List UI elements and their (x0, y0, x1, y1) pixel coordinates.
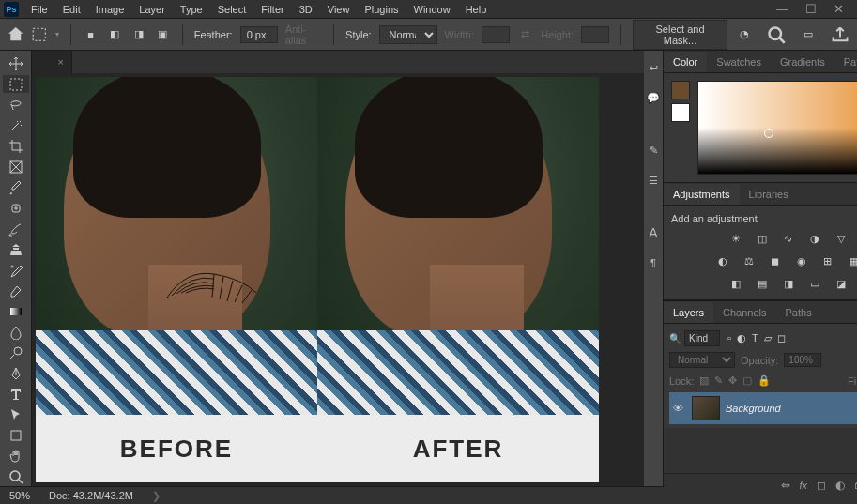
zoom-tool[interactable] (3, 468, 29, 486)
layer-name[interactable]: Background (726, 403, 857, 414)
color-lookup-icon[interactable]: ▦ (846, 252, 857, 269)
menu-select[interactable]: Select (211, 2, 253, 17)
style-select[interactable]: Normal (379, 25, 437, 44)
foreground-color[interactable] (671, 81, 690, 99)
dodge-tool[interactable] (3, 344, 29, 362)
curves-icon[interactable]: ∿ (780, 230, 797, 247)
opacity-input[interactable] (784, 353, 821, 367)
layer-thumbnail[interactable] (692, 396, 720, 420)
tab-adjustments[interactable]: Adjustments (664, 184, 740, 205)
filter-type-icon[interactable]: T (752, 332, 758, 344)
feather-input[interactable] (240, 26, 278, 43)
pen-tool[interactable] (3, 365, 29, 383)
invert-icon[interactable]: ◧ (727, 275, 744, 292)
exposure-icon[interactable]: ◑ (806, 230, 823, 247)
status-chevron-icon[interactable]: ❯ (152, 490, 161, 502)
tab-color[interactable]: Color (664, 52, 707, 72)
close-tab-icon[interactable]: × (58, 56, 64, 68)
posterize-icon[interactable]: ▤ (754, 275, 771, 292)
frame-tool[interactable] (3, 158, 29, 176)
layer-fx-icon[interactable]: fx (800, 479, 808, 492)
properties-panel-icon[interactable]: ☰ (644, 171, 663, 190)
character-panel-icon[interactable]: A (644, 223, 663, 242)
photo-filter-icon[interactable]: ◉ (793, 252, 810, 269)
blend-mode-select[interactable]: Normal (669, 352, 735, 368)
menu-layer[interactable]: Layer (132, 2, 172, 17)
lock-paint-icon[interactable]: ✎ (714, 374, 723, 387)
magic-wand-tool[interactable] (3, 116, 29, 134)
tab-libraries[interactable]: Libraries (740, 184, 798, 205)
move-tool[interactable] (3, 54, 29, 72)
gradient-tool[interactable] (3, 303, 29, 321)
menu-type[interactable]: Type (174, 2, 209, 17)
layer-filter-input[interactable] (684, 330, 720, 346)
crop-tool[interactable] (3, 137, 29, 155)
levels-icon[interactable]: ◫ (754, 230, 771, 247)
layer-item[interactable]: 👁 Background 🔒 (669, 392, 857, 424)
brush-tool[interactable] (3, 220, 29, 237)
lasso-tool[interactable] (3, 96, 29, 114)
channel-mixer-icon[interactable]: ⊞ (819, 252, 836, 269)
filter-pixel-icon[interactable]: ▫ (727, 332, 731, 344)
link-layers-icon[interactable]: ⇔ (781, 479, 790, 492)
new-adjustment-icon[interactable]: ◐ (835, 479, 845, 492)
menu-file[interactable]: File (24, 2, 54, 17)
intersect-selection-icon[interactable]: ▣ (154, 25, 170, 44)
add-selection-icon[interactable]: ◧ (106, 25, 122, 44)
close-icon[interactable]: ✕ (834, 2, 844, 16)
share-icon[interactable] (831, 25, 849, 44)
lock-artboard-icon[interactable]: ▢ (742, 374, 752, 387)
tab-swatches[interactable]: Swatches (707, 52, 771, 72)
paragraph-panel-icon[interactable]: ¶ (644, 253, 663, 272)
eyedropper-tool[interactable] (3, 178, 29, 196)
blur-tool[interactable] (3, 324, 29, 342)
clone-stamp-tool[interactable] (3, 240, 29, 258)
path-selection-tool[interactable] (3, 406, 29, 424)
layers-empty-area[interactable] (664, 428, 857, 473)
tab-paths[interactable]: Paths (776, 302, 821, 323)
minimize-icon[interactable]: — (776, 2, 788, 16)
layer-mask-icon[interactable]: ◻ (817, 479, 826, 492)
healing-brush-tool[interactable] (3, 199, 29, 217)
color-balance-icon[interactable]: ⚖ (741, 252, 758, 269)
gradient-map-icon[interactable]: ▭ (806, 275, 823, 292)
tab-gradients[interactable]: Gradients (771, 52, 834, 72)
home-icon[interactable] (8, 25, 23, 44)
history-brush-tool[interactable] (3, 261, 29, 279)
type-tool[interactable] (3, 386, 29, 404)
document-tab[interactable]: × (32, 51, 72, 73)
workspace-icon[interactable]: ▭ (799, 25, 818, 44)
zoom-level[interactable]: 50% (9, 490, 30, 501)
new-selection-icon[interactable]: ■ (83, 25, 99, 44)
selective-color-icon[interactable]: ◪ (833, 275, 849, 292)
tab-layers[interactable]: Layers (664, 302, 713, 323)
filter-smart-icon[interactable]: ◻ (777, 332, 786, 344)
filter-shape-icon[interactable]: ▱ (764, 332, 772, 344)
vibrance-icon[interactable]: ▽ (833, 230, 849, 247)
history-panel-icon[interactable]: ↩ (644, 58, 663, 77)
menu-image[interactable]: Image (89, 2, 131, 17)
background-color[interactable] (671, 103, 690, 122)
search-icon[interactable] (767, 25, 786, 44)
hue-icon[interactable]: ◐ (714, 252, 731, 269)
tab-channels[interactable]: Channels (713, 302, 775, 323)
brightness-icon[interactable]: ☀ (727, 230, 744, 247)
menu-filter[interactable]: Filter (254, 2, 290, 17)
eraser-tool[interactable] (3, 283, 29, 300)
menu-edit[interactable]: Edit (56, 2, 87, 17)
comments-panel-icon[interactable]: 💬 (644, 88, 663, 107)
marquee-tool-icon[interactable] (31, 25, 47, 44)
lock-all-icon[interactable]: 🔒 (758, 374, 771, 387)
menu-plugins[interactable]: Plugins (358, 2, 405, 17)
menu-3d[interactable]: 3D (293, 2, 319, 17)
cloud-icon[interactable]: ◔ (735, 25, 754, 44)
menu-help[interactable]: Help (459, 2, 494, 17)
maximize-icon[interactable]: ☐ (805, 2, 817, 16)
bw-icon[interactable]: ◼ (767, 252, 784, 269)
filter-adjust-icon[interactable]: ◐ (737, 332, 746, 344)
threshold-icon[interactable]: ◨ (780, 275, 797, 292)
hand-tool[interactable] (3, 448, 29, 466)
menu-window[interactable]: Window (407, 2, 457, 17)
shape-tool[interactable] (3, 427, 29, 445)
tab-patterns[interactable]: Patterns (834, 52, 857, 72)
